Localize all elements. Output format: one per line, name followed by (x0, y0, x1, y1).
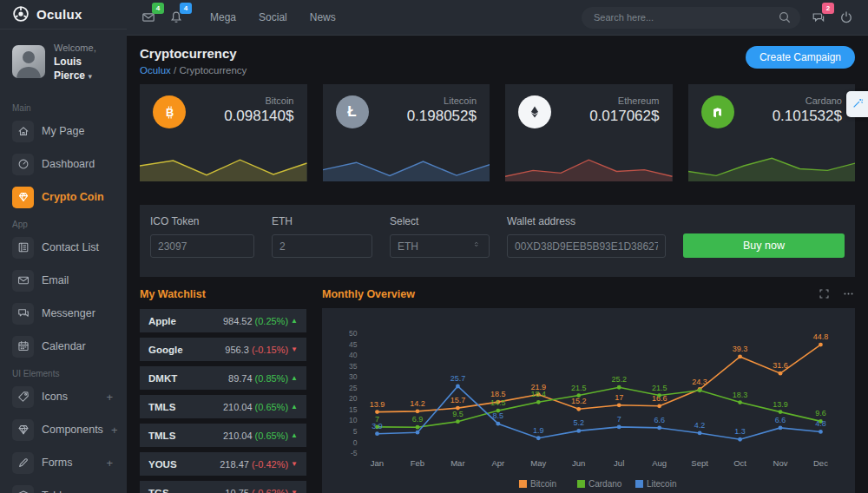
sidebar-item-calendar[interactable]: Calendar (9, 333, 118, 360)
gem-icon (12, 187, 34, 208)
topbar-link-social[interactable]: Social (259, 11, 287, 23)
breadcrumb: Oculux / Cryptocurrency (140, 65, 247, 76)
notification-badge: 4 (180, 3, 192, 14)
create-campaign-button[interactable]: Create Campaign (746, 46, 855, 69)
watchlist-row-dmkt-2[interactable]: DMKT89.74(0.85%)▲ (140, 366, 306, 390)
svg-text:Sept: Sept (691, 458, 708, 468)
crypto-card-bitcoin[interactable]: BBitcoin0.098140$ (140, 84, 307, 181)
arrow-up-icon: ▲ (291, 431, 298, 439)
svg-text:18.5: 18.5 (490, 390, 506, 398)
brand[interactable]: Oculux (0, 0, 127, 30)
svg-text:Feb: Feb (411, 458, 424, 468)
layers-icon (12, 485, 34, 493)
sparkline-chart (140, 143, 307, 181)
sparkline-chart (688, 143, 856, 181)
topbar-link-news[interactable]: News (310, 11, 336, 23)
topbar: 4 4 MegaSocialNews 2 (127, 0, 868, 36)
sidebar-item-contact-list[interactable]: Contact List (9, 234, 118, 261)
watchlist-row-tmls-4[interactable]: TMLS210.04(0.65%)▲ (140, 424, 306, 447)
avatar[interactable] (12, 45, 45, 78)
svg-text:7: 7 (617, 415, 621, 424)
sidebar-item-email[interactable]: Email (9, 267, 118, 294)
ethereum-icon (518, 95, 551, 128)
ticker-change: (-0.42%) (252, 459, 288, 470)
wallet-address-input[interactable] (507, 234, 666, 258)
ticker-name: TMLS (148, 431, 175, 441)
svg-text:31.6: 31.6 (773, 361, 788, 370)
brand-name: Oculux (36, 7, 82, 22)
user-name-menu[interactable]: Louis Pierce ▾ (54, 55, 115, 82)
chart-title: Monthly Overview (322, 288, 415, 300)
expand-plus-icon[interactable]: + (106, 457, 115, 470)
sidebar-item-crypto-coin[interactable]: Crypto Coin (9, 184, 118, 211)
bell-icon[interactable]: 4 (167, 8, 186, 27)
svg-text:44.8: 44.8 (813, 332, 829, 341)
sidebar-item-messenger[interactable]: Messenger (9, 300, 118, 327)
bitcoin-icon: B (153, 95, 186, 128)
more-options-icon[interactable] (843, 288, 855, 300)
sidebar-item-forms[interactable]: Forms+ (9, 450, 118, 477)
ticker-name: TMLS (148, 402, 175, 412)
menu-section-label-main: Main (12, 103, 115, 113)
sidebar-item-tables[interactable]: Tables+ (9, 483, 118, 493)
svg-text:-5: -5 (351, 449, 358, 457)
watchlist-title: My Watchlist (140, 288, 306, 300)
buy-now-button[interactable]: Buy now (683, 233, 845, 258)
svg-text:24.3: 24.3 (692, 378, 707, 386)
watchlist-row-yous-5[interactable]: YOUS218.47(-0.42%)▼ (140, 452, 306, 476)
page-title: Cryptocurrency (140, 46, 247, 61)
fullscreen-icon[interactable] (819, 288, 831, 300)
expand-plus-icon[interactable]: + (111, 424, 120, 437)
crypto-card-cardano[interactable]: Cardano0.101532$ (688, 84, 856, 181)
sidebar-item-components[interactable]: Components+ (9, 417, 118, 444)
watchlist-row-apple-0[interactable]: Apple984.52(0.25%)▲ (140, 309, 306, 332)
home-icon (12, 121, 34, 142)
svg-text:B: B (165, 105, 173, 118)
field-label: Wallet address (507, 215, 666, 227)
svg-text:5: 5 (353, 427, 358, 436)
menu-section-label-ui-elements: UI Elements (12, 369, 115, 378)
coin-name: Ethereum (589, 95, 659, 106)
brand-logo-icon (12, 5, 30, 23)
expand-plus-icon[interactable]: + (106, 391, 115, 404)
svg-text:6.6: 6.6 (775, 416, 786, 424)
crypto-card-litecoin[interactable]: ŁLitecoin0.198052$ (323, 84, 490, 181)
svg-text:13.9: 13.9 (773, 400, 788, 409)
expand-plus-icon[interactable]: + (106, 490, 115, 493)
ico-token-input[interactable] (150, 234, 254, 258)
sidebar-item-dashboard[interactable]: Dashboard (9, 151, 118, 178)
field-wallet-address: Wallet address (507, 215, 666, 258)
svg-text:17: 17 (615, 393, 623, 402)
select-select[interactable]: ETH (390, 234, 490, 258)
arrow-down-icon: ▼ (291, 345, 298, 353)
sidebar-item-my-page[interactable]: My Page (9, 118, 118, 145)
gem2-icon (12, 419, 34, 441)
watchlist-row-tmls-3[interactable]: TMLS210.04(0.65%)▲ (140, 395, 306, 418)
sparkline-chart (323, 143, 490, 181)
svg-text:21.5: 21.5 (571, 384, 587, 392)
chat-icon (12, 303, 34, 325)
ticker-name: DMKT (148, 373, 177, 384)
svg-text:15.7: 15.7 (450, 396, 466, 404)
calendar-icon (12, 336, 34, 358)
mail-badge: 4 (152, 3, 164, 14)
mail-icon[interactable]: 4 (139, 8, 158, 27)
chat-icon[interactable]: 2 (809, 8, 828, 27)
svg-text:25.2: 25.2 (611, 375, 627, 384)
ticker-name: YOUS (148, 459, 177, 470)
sidebar-item-icons[interactable]: Icons+ (9, 384, 118, 411)
search-icon[interactable] (778, 10, 792, 24)
coin-price: 0.198052$ (407, 108, 477, 125)
svg-text:9.6: 9.6 (815, 409, 826, 417)
svg-text:Mar: Mar (450, 458, 464, 468)
power-icon[interactable] (837, 8, 856, 27)
theme-customizer-button[interactable] (846, 91, 868, 117)
watchlist-row-tgs-6[interactable]: TGS10.75(-0.62%)▼ (140, 481, 306, 493)
search-input[interactable] (582, 7, 800, 29)
topbar-link-mega[interactable]: Mega (210, 11, 236, 23)
svg-text:Litecoin: Litecoin (647, 479, 676, 489)
crypto-card-ethereum[interactable]: Ethereum0.017062$ (505, 84, 673, 181)
eth-input[interactable] (272, 234, 372, 258)
breadcrumb-home-link[interactable]: Oculux (140, 65, 171, 76)
watchlist-row-google-1[interactable]: Google956.3(-0.15%)▼ (140, 338, 306, 361)
